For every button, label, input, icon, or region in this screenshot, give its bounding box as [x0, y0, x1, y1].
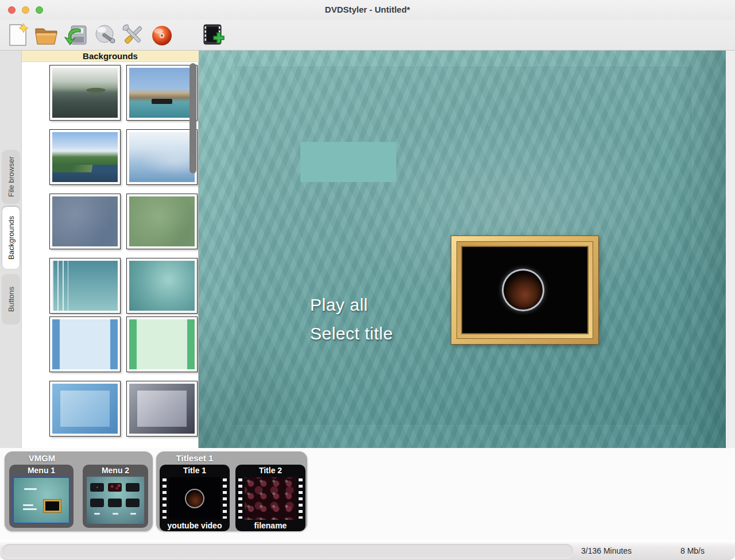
menu-button-select-title[interactable]: Select title [310, 324, 393, 343]
background-thumbnail-green-bars[interactable] [126, 316, 198, 372]
open-folder-icon [33, 41, 60, 51]
text-placeholder-rect[interactable] [300, 142, 396, 182]
new-project-button[interactable] [3, 21, 31, 49]
tab-buttons[interactable]: Buttons [2, 275, 20, 324]
filmstrip-sprockets-right [223, 478, 227, 519]
filmstrip-sprockets-left [163, 478, 167, 519]
dvdstyler-window: DVDStyler - Untitled* [0, 0, 735, 560]
tab-backgrounds[interactable]: Backgrounds [2, 207, 20, 269]
menu2-item[interactable]: Menu 2 [83, 465, 148, 528]
dvd-options-button[interactable] [92, 21, 119, 49]
framed-video-thumbnail [461, 246, 589, 334]
title2-label: Title 2 [235, 466, 305, 475]
menu-button-play-all[interactable]: Play all [310, 295, 368, 315]
gold-frame-bevel [457, 241, 593, 339]
background-thumbnail-green-clouds[interactable] [126, 194, 198, 249]
vmgm-group-label: VMGM [5, 453, 79, 463]
framed-video-object[interactable] [451, 235, 599, 345]
project-bar: VMGM Menu 1 Menu 2 [0, 448, 735, 540]
background-thumbnail-ocean[interactable] [49, 65, 121, 121]
disc-capacity-gauge [2, 544, 573, 558]
status-minutes: 3/136 Minutes [581, 546, 632, 555]
menu1-thumbnail [13, 477, 70, 524]
filmstrip-plus-icon [200, 41, 227, 51]
menu-editor-canvas[interactable]: Play all Select title [199, 51, 726, 448]
eclipse-video-still [502, 269, 544, 311]
settings-button[interactable] [119, 21, 147, 49]
menu1-label: Menu 1 [9, 466, 74, 475]
window-title: DVDStyler - Untitled* [0, 5, 735, 14]
background-thumbnail-teal-clouds[interactable] [126, 258, 198, 314]
menu2-label: Menu 2 [83, 466, 148, 475]
background-thumbnail-ship[interactable] [126, 65, 198, 121]
sphere-wrench-icon [92, 41, 119, 51]
title1-item[interactable]: Title 1 youtube video [160, 465, 230, 531]
title1-thumbnail [169, 477, 220, 520]
status-bar: 3/136 Minutes 8 Mb/s [0, 540, 735, 560]
panel-scrollbar[interactable] [189, 63, 196, 173]
new-document-icon [3, 41, 31, 51]
menu2-thumbnail [87, 477, 144, 524]
burn-dvd-button[interactable] [148, 21, 176, 49]
open-project-button[interactable] [33, 21, 60, 49]
background-thumbnail-waves[interactable] [126, 129, 198, 185]
title1-label: Title 1 [160, 466, 230, 475]
titleset1-group: Titleset 1 Title 1 youtube video Title 2… [156, 451, 307, 531]
save-project-button[interactable] [62, 21, 90, 49]
title1-caption: youtube video [160, 521, 230, 530]
mini-eclipse-still [185, 489, 204, 508]
background-thumbnail-gray-frame[interactable] [126, 381, 198, 437]
tab-backgrounds-label: Backgrounds [7, 216, 16, 260]
menu1-mini-frame [44, 500, 61, 512]
title2-thumbnail [245, 477, 296, 520]
sidebar-tabstrip: File browser Backgrounds Buttons [0, 51, 22, 448]
filmstrip-sprockets-left [238, 478, 242, 519]
vmgm-group: VMGM Menu 1 Menu 2 [5, 451, 153, 531]
backgrounds-panel-header: Backgrounds [22, 51, 199, 62]
tab-file-browser-label: File browser [7, 157, 16, 198]
add-file-button[interactable] [200, 21, 227, 49]
background-thumbnail-teal-stripes[interactable] [49, 258, 121, 314]
title2-caption: filename [235, 521, 305, 530]
save-disc-arrow-icon [62, 41, 90, 51]
background-thumbnail-slate-clouds[interactable] [49, 194, 121, 249]
burning-disc-icon [148, 41, 176, 51]
tab-file-browser[interactable]: File browser [2, 150, 20, 203]
filmstrip-sprockets-right [299, 478, 303, 519]
title2-item[interactable]: Title 2 filename [235, 465, 305, 531]
background-thumbnail-river[interactable] [49, 129, 121, 185]
background-thumbnail-blue-bars[interactable] [49, 316, 121, 372]
titleset1-group-label: Titleset 1 [157, 453, 232, 463]
tab-buttons-label: Buttons [7, 287, 16, 312]
toolbar [0, 20, 735, 51]
backgrounds-panel: Backgrounds [22, 51, 199, 448]
background-thumbnail-blue-frame[interactable] [49, 381, 121, 437]
title-bar: DVDStyler - Untitled* [0, 0, 735, 20]
crossed-tools-icon [119, 41, 147, 51]
status-bitrate: 8 Mb/s [680, 546, 705, 555]
menu1-item[interactable]: Menu 1 [9, 465, 74, 528]
